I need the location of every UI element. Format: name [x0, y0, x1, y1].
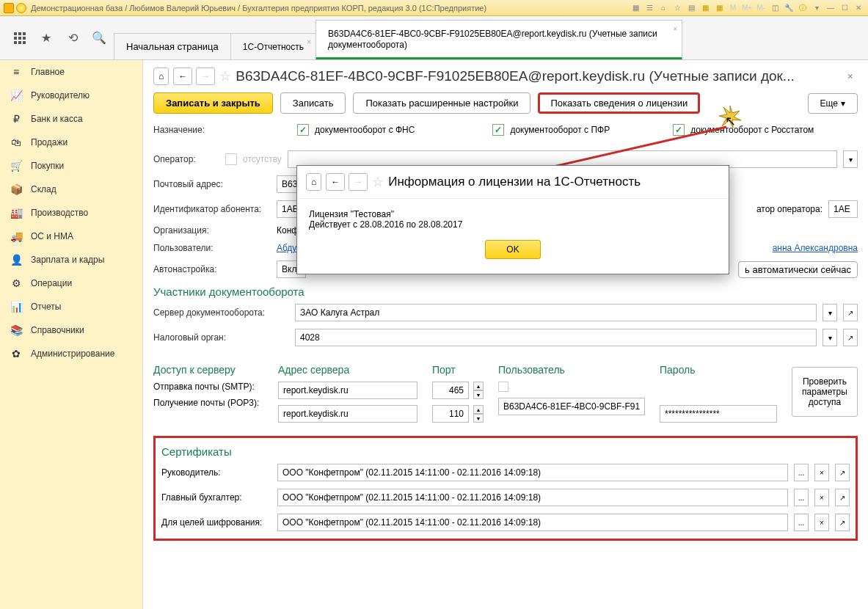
tb-m-icon[interactable]: M	[727, 3, 739, 13]
dropdown-button[interactable]: ▾	[823, 304, 837, 321]
sidebar-item-5[interactable]: 📦Склад	[0, 178, 142, 201]
star-icon[interactable]: ★	[40, 32, 53, 45]
modal-body: Лицензия "Тестовая" Действует с 28.08.20…	[297, 199, 729, 274]
tb-calendar-icon[interactable]: ▦	[713, 3, 725, 13]
ok-button[interactable]: OK	[485, 240, 540, 259]
advanced-button[interactable]: Показать расширенные настройки	[353, 92, 530, 114]
cert-cipher-input[interactable]	[277, 514, 788, 531]
pop3-port-input[interactable]	[432, 405, 469, 423]
sidebar-item-7[interactable]: 🚚ОС и НМА	[0, 225, 142, 248]
tb-m-icon[interactable]: M-	[755, 3, 767, 13]
home-button[interactable]: ⌂	[153, 68, 169, 85]
browse-button[interactable]: ...	[794, 514, 809, 531]
spinner-down[interactable]: ▼	[473, 390, 484, 399]
tb-icon[interactable]: ☰	[643, 3, 655, 13]
modal-star-icon[interactable]: ☆	[372, 174, 384, 190]
clear-button[interactable]: ×	[814, 489, 829, 506]
sidebar-item-4[interactable]: 🛒Покупки	[0, 154, 142, 178]
search-icon[interactable]: 🔍	[92, 32, 106, 45]
open-button[interactable]: ↗	[835, 514, 850, 531]
pop3-user-input[interactable]	[498, 398, 645, 415]
tb-dropdown-icon[interactable]: ▾	[811, 3, 823, 13]
tb-calc-icon[interactable]: ▦	[699, 3, 711, 13]
checkbox-pfr[interactable]: ✓	[492, 124, 504, 136]
tb-panel-icon[interactable]: ◫	[769, 3, 781, 13]
sidebar-item-8[interactable]: 👤Зарплата и кадры	[0, 248, 142, 271]
tb-m-icon[interactable]: M+	[741, 3, 753, 13]
sidebar-label: Справочники	[31, 325, 84, 335]
favorite-icon[interactable]: ☆	[219, 68, 231, 84]
pop3-addr-input[interactable]	[278, 405, 417, 423]
open-button[interactable]: ↗	[843, 329, 858, 346]
addr-header: Адрес сервера	[278, 364, 417, 376]
forward-button[interactable]: →	[196, 68, 215, 85]
cert-acc-input[interactable]	[277, 489, 788, 506]
minimize-icon[interactable]: —	[825, 3, 836, 13]
tb-info-icon[interactable]: ⓘ	[797, 3, 809, 13]
checkbox-rosstat[interactable]: ✓	[673, 124, 685, 136]
browse-button[interactable]: ...	[794, 464, 809, 481]
cert-head-input[interactable]	[277, 464, 788, 481]
tax-input[interactable]	[295, 329, 817, 346]
tab-report[interactable]: 1С-Отчетность×	[230, 33, 316, 59]
sidebar-item-10[interactable]: 📊Отчеты	[0, 295, 142, 318]
close-page-icon[interactable]: ×	[843, 70, 858, 82]
modal-home-button[interactable]: ⌂	[306, 173, 321, 191]
check-access-button[interactable]: Проверить параметры доступа	[792, 367, 858, 417]
tab-current[interactable]: B63DA4C6-81EF-4BC0-9CBF-F91025EB80EA@rep…	[316, 20, 682, 59]
pop3-pass-input[interactable]	[660, 405, 777, 423]
back-button[interactable]: ←	[173, 68, 192, 85]
dropdown-button[interactable]: ▾	[843, 150, 858, 168]
sidebar-item-9[interactable]: ⚙Операции	[0, 271, 142, 295]
page-title: B63DA4C6-81EF-4BC0-9CBF-F91025EB80EA@rep…	[236, 68, 839, 84]
tb-tool-icon[interactable]: 🔧	[783, 3, 795, 13]
tb-star-icon[interactable]: ☆	[671, 3, 683, 13]
tb-icon[interactable]: ▤	[685, 3, 697, 13]
save-close-button[interactable]: Записать и закрыть	[153, 92, 273, 114]
open-button[interactable]: ↗	[835, 489, 850, 506]
user-link2[interactable]: анна Александровна	[773, 243, 858, 253]
sidebar-item-12[interactable]: ✿Администрирование	[0, 342, 142, 365]
spinner-down[interactable]: ▼	[473, 414, 484, 423]
clear-button[interactable]: ×	[814, 514, 829, 531]
smtp-port-input[interactable]	[432, 382, 469, 399]
tb-icon[interactable]: ⌂	[657, 3, 669, 13]
checkbox-fns[interactable]: ✓	[297, 124, 309, 136]
op-id-input[interactable]	[828, 200, 858, 218]
tab-close-icon[interactable]: ×	[307, 38, 311, 46]
user-link[interactable]: Абду	[277, 243, 296, 253]
modal-back-button[interactable]: ←	[326, 173, 345, 191]
save-button[interactable]: Записать	[280, 92, 346, 114]
sidebar-icon: 📚	[10, 324, 22, 336]
sidebar-item-11[interactable]: 📚Справочники	[0, 318, 142, 342]
sidebar-item-2[interactable]: ₽Банк и касса	[0, 107, 142, 131]
auto-now-button[interactable]: ь автоматически сейчас	[738, 261, 858, 278]
dropdown-icon[interactable]	[16, 3, 26, 13]
sidebar-item-0[interactable]: ≡Главное	[0, 60, 142, 84]
sidebar-label: Отчеты	[31, 302, 61, 312]
clear-button[interactable]: ×	[814, 464, 829, 481]
tab-close-icon[interactable]: ×	[673, 25, 677, 33]
spinner-up[interactable]: ▲	[473, 405, 484, 414]
more-button[interactable]: Еще▾	[808, 93, 858, 114]
maximize-icon[interactable]: ☐	[839, 3, 850, 13]
license-button[interactable]: Показать сведения о лицензии	[538, 92, 700, 114]
history-icon[interactable]: ⟲	[66, 32, 79, 45]
server-doc-input[interactable]	[295, 304, 817, 321]
sidebar-item-6[interactable]: 🏭Производство	[0, 201, 142, 225]
spinner-up[interactable]: ▲	[473, 382, 484, 390]
browse-button[interactable]: ...	[794, 489, 809, 506]
dropdown-button[interactable]: ▾	[823, 329, 837, 346]
tab-home[interactable]: Начальная страница	[114, 33, 231, 59]
apps-icon[interactable]	[13, 32, 26, 45]
tb-icon[interactable]: ▦	[630, 3, 641, 13]
sidebar-item-1[interactable]: 📈Руководителю	[0, 84, 142, 107]
open-button[interactable]: ↗	[843, 304, 858, 321]
open-button[interactable]: ↗	[835, 464, 850, 481]
sidebar-item-3[interactable]: 🛍Продажи	[0, 131, 142, 154]
smtp-addr-input[interactable]	[278, 382, 417, 399]
smtp-user-checkbox[interactable]	[498, 382, 508, 392]
modal-forward-button[interactable]: →	[349, 173, 368, 191]
close-icon[interactable]: ✕	[853, 3, 864, 13]
operator-checkbox[interactable]: ✓	[225, 153, 237, 165]
